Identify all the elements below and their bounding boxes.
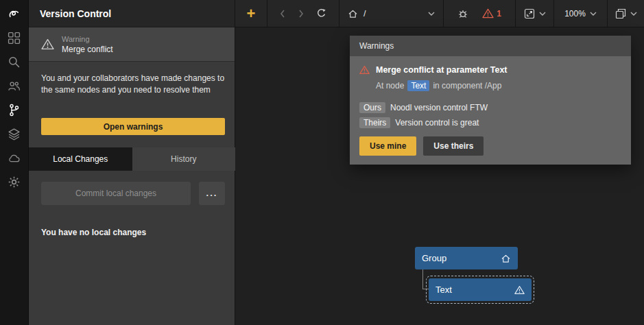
node-label: Text (436, 285, 514, 295)
chevron-down-icon (590, 12, 597, 16)
icon-rail (0, 0, 29, 325)
app-window: Version Control Warning Merge conflict Y… (0, 0, 644, 325)
warning-count: 1 (497, 9, 501, 19)
warning-banner[interactable]: Warning Merge conflict (29, 27, 235, 62)
conflict-description: You and your collaborators have made cha… (41, 73, 226, 96)
frames-icon (615, 8, 626, 19)
forward-button[interactable] (298, 10, 304, 18)
back-button[interactable] (280, 10, 285, 18)
commit-local-changes-button[interactable]: Commit local changes (41, 182, 191, 205)
collaboration-icon[interactable] (8, 79, 21, 93)
warnings-popup-body: Merge conflict at parameter Text At node… (350, 56, 631, 165)
warnings-indicator[interactable]: 1 (482, 8, 501, 19)
warning-triangle-icon (41, 38, 54, 50)
location-prefix: At node (376, 81, 404, 91)
use-theirs-button[interactable]: Use theirs (423, 136, 484, 156)
noodl-logo-icon[interactable] (8, 7, 21, 21)
more-options-button[interactable]: ... (199, 182, 225, 205)
home-icon (501, 254, 511, 263)
top-toolbar: + / 1 100% (235, 0, 644, 27)
cloud-services-icon[interactable] (8, 151, 21, 165)
bug-icon[interactable] (457, 8, 468, 19)
add-node-button[interactable]: + (235, 0, 267, 27)
node-connection-horizontal (422, 289, 429, 289)
version-control-icon[interactable] (8, 103, 21, 117)
warning-banner-label: Warning (62, 35, 113, 43)
version-control-panel: Version Control Warning Merge conflict Y… (29, 0, 235, 325)
zoom-level-label: 100% (564, 9, 586, 19)
location-suffix: in component /App (433, 81, 501, 91)
ours-badge: Ours (359, 102, 385, 113)
node-connection-vertical (422, 269, 423, 289)
component-path-dropdown[interactable]: / (339, 0, 443, 27)
ours-row: Ours Noodl version control FTW (359, 102, 621, 113)
chevron-down-icon (630, 12, 637, 16)
node-name-chip: Text (407, 80, 429, 91)
search-icon[interactable] (8, 55, 21, 69)
expand-icon (524, 8, 535, 19)
preview-size-dropdown[interactable] (516, 0, 553, 27)
components-icon[interactable] (8, 127, 21, 141)
tab-local-changes[interactable]: Local Changes (29, 147, 132, 171)
debug-group: 1 (444, 0, 515, 27)
node-label: Group (422, 253, 501, 263)
ours-value: Noodl version control FTW (390, 103, 488, 112)
conflict-location: At node Text in component /App (376, 80, 621, 91)
zoom-dropdown[interactable]: 100% (554, 0, 607, 27)
conflict-title: Merge conflict at parameter Text (376, 65, 508, 75)
node-library-icon[interactable] (8, 31, 21, 45)
settings-gear-icon[interactable] (8, 175, 21, 189)
open-warnings-button[interactable]: Open warnings (41, 118, 225, 135)
panel-tabs: Local Changes History (29, 147, 235, 171)
theirs-row: Theirs Version control is great (359, 117, 621, 128)
refresh-icon[interactable] (316, 8, 326, 19)
tab-history[interactable]: History (132, 147, 236, 171)
commit-row: Commit local changes ... (41, 182, 225, 205)
warning-banner-message: Merge conflict (62, 45, 113, 54)
warnings-popup: Warnings Merge conflict at parameter Tex… (350, 36, 631, 165)
component-path-label: / (363, 8, 366, 19)
node-group[interactable]: Group (415, 247, 518, 269)
node-text[interactable]: Text (429, 278, 532, 301)
theirs-badge: Theirs (359, 117, 390, 128)
theirs-value: Version control is great (395, 118, 479, 128)
chevron-down-icon (539, 12, 546, 16)
conflict-row: Merge conflict at parameter Text (359, 65, 621, 75)
warning-triangle-icon (482, 8, 494, 19)
warning-triangle-icon (514, 285, 525, 295)
panel-title: Version Control (29, 0, 235, 27)
warning-triangle-icon (359, 65, 370, 75)
frames-dropdown[interactable] (608, 0, 644, 27)
chevron-down-icon (428, 12, 435, 16)
warnings-popup-title: Warnings (350, 36, 631, 56)
no-local-changes-message: You have no local changes (41, 228, 146, 237)
conflict-actions: Use mine Use theirs (359, 136, 621, 156)
use-mine-button[interactable]: Use mine (359, 136, 416, 156)
nav-group (267, 0, 339, 27)
home-icon (348, 9, 358, 19)
